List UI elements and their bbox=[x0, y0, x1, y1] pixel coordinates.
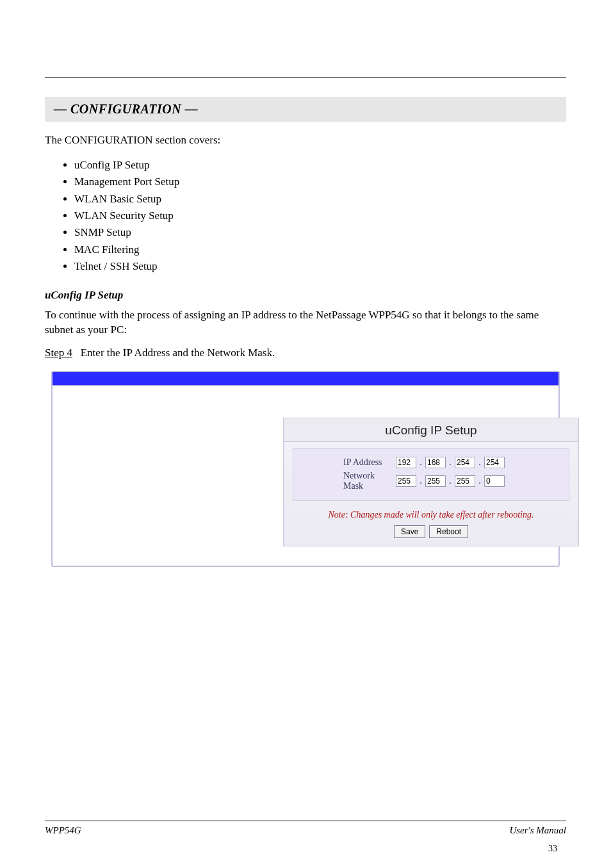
section-intro: The CONFIGURATION section covers: bbox=[45, 133, 566, 148]
step4: Step 4 Enter the IP Address and the Netw… bbox=[45, 347, 566, 359]
ip-octet-3[interactable] bbox=[455, 457, 475, 468]
ip-address-label: IP Address bbox=[304, 457, 387, 468]
step4-text: Enter the IP Address and the Network Mas… bbox=[81, 347, 275, 359]
save-button[interactable]: Save bbox=[394, 525, 425, 538]
step4-number: Step 4 bbox=[45, 347, 72, 359]
reboot-note: Note: Changes made will only take effect… bbox=[284, 510, 578, 520]
list-item: SNMP Setup bbox=[74, 224, 566, 241]
config-list: uConfig IP Setup Management Port Setup W… bbox=[45, 157, 566, 275]
ip-dot: . bbox=[478, 457, 482, 468]
top-rule bbox=[45, 77, 566, 78]
uconfig-form: uConfig IP Setup IP Address . . . bbox=[283, 418, 579, 546]
panel-titlebar bbox=[53, 372, 558, 386]
ip-dot: . bbox=[478, 476, 482, 486]
reboot-button[interactable]: Reboot bbox=[429, 525, 468, 538]
mask-octet-1[interactable] bbox=[396, 475, 416, 487]
ip-dot: . bbox=[448, 476, 452, 486]
footer-right: User's Manual bbox=[509, 825, 566, 836]
mask-octet-3[interactable] bbox=[455, 475, 475, 487]
uconfig-subtitle: uConfig IP Setup bbox=[45, 289, 566, 302]
uconfig-desc: To continue with the process of assignin… bbox=[45, 308, 566, 338]
ip-dot: . bbox=[419, 457, 423, 468]
list-item: Telnet / SSH Setup bbox=[74, 258, 566, 275]
ip-fields-block: IP Address . . . Network Mask bbox=[293, 448, 569, 501]
list-item: WLAN Security Setup bbox=[74, 208, 566, 224]
form-title: uConfig IP Setup bbox=[284, 418, 578, 442]
ip-address-row: IP Address . . . bbox=[304, 455, 558, 470]
ip-dot: . bbox=[448, 457, 452, 468]
page-number: 33 bbox=[548, 844, 557, 854]
mask-octet-4[interactable] bbox=[484, 475, 505, 487]
list-item: uConfig IP Setup bbox=[74, 157, 566, 174]
list-item: MAC Filtering bbox=[74, 242, 566, 258]
list-item: Management Port Setup bbox=[74, 174, 566, 190]
uconfig-panel: uConfig IP Setup IP Address . . . bbox=[51, 371, 560, 567]
ip-octet-4[interactable] bbox=[484, 457, 505, 468]
network-mask-label: Network Mask bbox=[304, 471, 387, 491]
list-item: WLAN Basic Setup bbox=[74, 191, 566, 208]
footer-left: WPP54G bbox=[45, 825, 81, 836]
ip-octet-2[interactable] bbox=[425, 457, 446, 468]
ip-dot: . bbox=[419, 476, 423, 486]
network-mask-row: Network Mask . . . bbox=[304, 470, 558, 493]
bottom-rule bbox=[45, 821, 566, 821]
mask-octet-2[interactable] bbox=[425, 475, 446, 487]
section-title: — CONFIGURATION — bbox=[45, 97, 566, 122]
ip-octet-1[interactable] bbox=[396, 457, 416, 468]
